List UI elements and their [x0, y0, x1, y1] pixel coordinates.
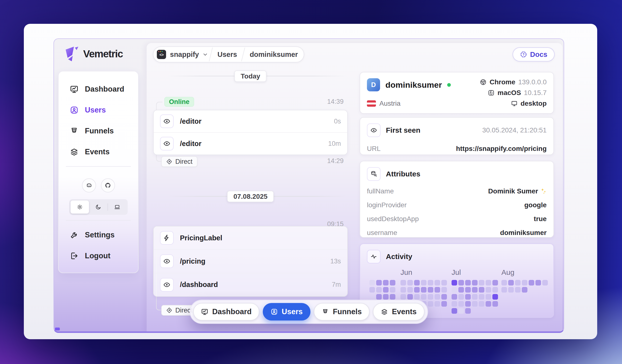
pageview-row[interactable]: /editor 0s: [154, 110, 347, 132]
theme-system-button[interactable]: [108, 200, 126, 214]
activity-cell: [421, 280, 427, 286]
github-button[interactable]: [101, 178, 115, 192]
direct-source-icon: [166, 307, 172, 313]
activity-cell: [407, 294, 413, 300]
activity-cell: [376, 294, 382, 300]
sidebar-divider: [66, 220, 131, 221]
event-name: PricingLabel: [180, 234, 335, 242]
theme-light-button[interactable]: [71, 200, 89, 214]
sidebar-item-dashboard[interactable]: Dashboard: [63, 79, 133, 100]
docs-label: Docs: [530, 51, 547, 58]
chrome-icon: [480, 79, 486, 86]
pageview-duration: 7m: [332, 281, 341, 289]
breadcrumb-section[interactable]: Users: [217, 51, 237, 58]
austria-flag-icon: [367, 100, 376, 107]
database-search-icon: [367, 167, 381, 181]
sidebar-item-users[interactable]: Users: [63, 100, 133, 121]
attribute-key: usedDesktopApp: [367, 215, 419, 223]
user-profile-card: D dominiksumer Austria Chrome: [360, 72, 554, 114]
activity-cell: [479, 280, 484, 286]
custom-event-row[interactable]: PricingLabel: [154, 226, 347, 249]
bottom-nav-events[interactable]: Events: [373, 303, 425, 321]
pageview-duration: 0s: [334, 118, 341, 125]
sidebar-item-label: Dashboard: [85, 85, 124, 93]
activity-cell: [414, 287, 420, 292]
date-badge: Today: [234, 71, 267, 82]
first-seen-timestamp: 30.05.2024, 21:20:51: [482, 126, 547, 134]
social-links: [63, 178, 133, 192]
activity-cell: [428, 294, 433, 300]
pageview-path: /editor: [180, 117, 328, 125]
direct-source-icon: [166, 158, 172, 165]
activity-cell: [441, 301, 447, 307]
sidebar-item-label: Funnels: [85, 127, 114, 135]
bottom-nav-users[interactable]: Users: [263, 303, 311, 321]
activity-cell: [458, 301, 464, 307]
sparkles-icon: [540, 188, 547, 194]
sidebar-item-events[interactable]: Events: [63, 141, 133, 162]
layers-icon: [381, 308, 388, 315]
chevron-down-icon[interactable]: [202, 52, 208, 57]
activity-cell: [486, 280, 491, 286]
bolt-icon: [160, 231, 174, 245]
discord-button[interactable]: [82, 178, 96, 192]
profile-browser-version: 139.0.0.0: [518, 78, 547, 86]
activity-cell: [428, 287, 433, 292]
docs-button[interactable]: ? Docs: [513, 47, 555, 61]
theme-dark-button[interactable]: [89, 200, 107, 214]
activity-cell: [472, 287, 478, 292]
activity-cell: [369, 287, 375, 292]
activity-cell: [421, 287, 427, 292]
activity-cell: [542, 280, 548, 286]
sidebar-item-logout[interactable]: Logout: [63, 245, 133, 266]
activity-cell: [414, 294, 420, 300]
bottom-nav-dashboard[interactable]: Dashboard: [193, 303, 259, 321]
app-title: Vemetric: [83, 48, 123, 60]
activity-cell: [390, 287, 395, 292]
dashboard-icon: [201, 308, 208, 315]
activity-cell: [501, 287, 507, 292]
activity-cell: [508, 287, 514, 292]
pageview-duration: 13s: [330, 257, 341, 265]
bottom-nav-label: Funnels: [333, 307, 362, 316]
breadcrumb-user[interactable]: dominiksumer: [250, 51, 298, 58]
profile-os-version: 10.15.7: [524, 89, 547, 97]
sidebar-item-settings[interactable]: Settings: [63, 224, 133, 245]
breadcrumb-project[interactable]: snappify: [170, 51, 199, 58]
eye-icon: [160, 114, 174, 128]
activity-cell: [376, 280, 382, 286]
sidebar-item-funnels[interactable]: Funnels: [63, 121, 133, 141]
horizontal-scrollbar-thumb[interactable]: [55, 328, 60, 330]
activity-cell: [508, 280, 514, 286]
first-seen-url[interactable]: https://snappify.com/pricing: [456, 145, 547, 153]
activity-cell: [472, 294, 478, 300]
activity-cell: [401, 280, 406, 286]
activity-cell: [479, 301, 484, 307]
attribute-row: usedDesktopApp true: [367, 212, 547, 226]
activity-cell: [421, 294, 427, 300]
attribute-key: loginProvider: [367, 201, 407, 209]
profile-browser: Chrome: [489, 78, 515, 86]
activity-cell: [501, 280, 507, 286]
activity-cell: [465, 294, 471, 300]
activity-cell: [492, 301, 498, 307]
bottom-nav-funnels[interactable]: Funnels: [314, 303, 369, 321]
activity-cell: [486, 301, 491, 307]
funnel-icon: [70, 127, 78, 135]
attribute-value: true: [534, 215, 547, 223]
activity-cell: [428, 301, 433, 307]
pageview-row[interactable]: /dashboard 7m: [154, 273, 347, 296]
activity-cell: [401, 294, 406, 300]
activity-cell: [465, 287, 471, 292]
activity-cell: [465, 301, 471, 307]
online-status-badge: Online: [164, 97, 194, 107]
app-panel: Vemetric Dashboard Users Funnels: [54, 38, 564, 333]
layers-icon: [70, 147, 78, 156]
pageview-row[interactable]: /editor 10m: [154, 132, 347, 155]
activity-cell: [434, 280, 440, 286]
session-card: /editor 0s /editor 10m: [153, 110, 348, 155]
eye-icon: [160, 278, 174, 291]
attribute-row: username dominiksumer: [367, 226, 547, 240]
bottom-nav-label: Dashboard: [212, 307, 252, 316]
pageview-row[interactable]: /pricing 13s: [154, 249, 347, 273]
